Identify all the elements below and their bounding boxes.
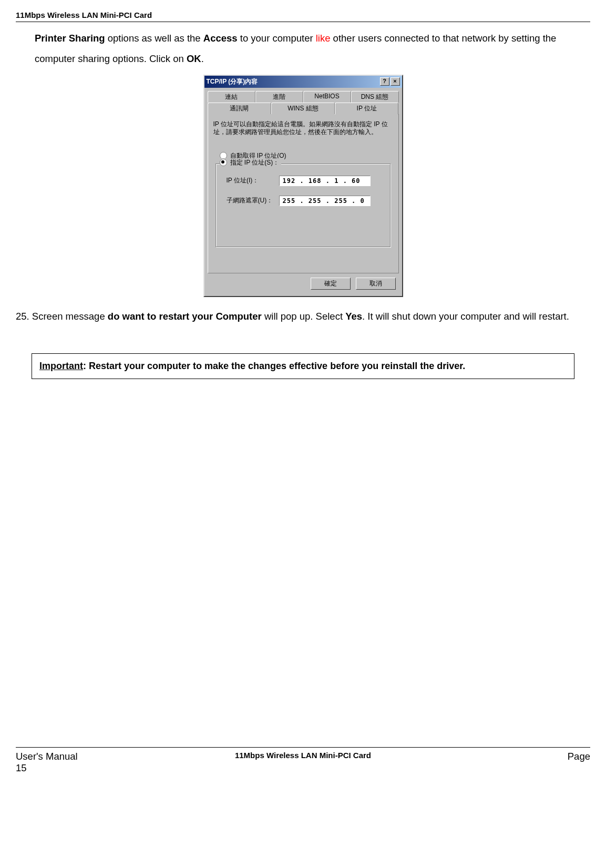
tab-netbios[interactable]: NetBIOS xyxy=(303,91,351,103)
text-bold: Access xyxy=(203,33,238,44)
page-footer: User's Manual 11Mbps Wireless LAN Mini-P… xyxy=(16,751,590,762)
help-icon[interactable]: ? xyxy=(380,77,389,86)
radio-label: 指定 IP 位址(S)： xyxy=(230,158,280,167)
radio-icon[interactable] xyxy=(220,159,227,166)
subnet-mask-input[interactable]: 255 . 255 . 255 . 0 xyxy=(279,196,371,206)
panel-description: IP 位址可以自動指定給這台電腦。如果網路沒有自動指定 IP 位址，請要求網路管… xyxy=(213,120,393,137)
tab-gateway[interactable]: 通訊閘 xyxy=(208,103,271,114)
text-bold: Yes xyxy=(345,311,362,322)
text-bold: Printer Sharing xyxy=(35,33,105,44)
ip-fieldset: IP 位址(I)： 192 . 168 . 1 . 60 子網路遮罩(U)： 2… xyxy=(215,164,391,248)
tab-link[interactable]: 連結 xyxy=(208,91,255,103)
text: Screen message xyxy=(32,311,108,322)
important-label: Important xyxy=(39,361,83,371)
tab-panel: IP 位址可以自動指定給這台電腦。如果網路沒有自動指定 IP 位址，請要求網路管… xyxy=(208,114,399,273)
footer-rule xyxy=(16,747,590,748)
step-number: 25. xyxy=(16,311,32,322)
cancel-button[interactable]: 取消 xyxy=(356,278,396,290)
important-text: : Restart your computer to make the chan… xyxy=(83,361,465,371)
header-rule xyxy=(16,22,590,22)
ip-address-input[interactable]: 192 . 168 . 1 . 60 xyxy=(279,176,371,186)
footer-center: 11Mbps Wireless LAN Mini-PCI Card xyxy=(207,751,398,762)
tab-strip: 連結 進階 NetBIOS DNS 組態 通訊閘 WINS 組態 IP 位址 xyxy=(208,91,399,114)
important-note-box: Important: Restart your computer to make… xyxy=(32,353,574,379)
tab-dns[interactable]: DNS 組態 xyxy=(351,91,399,103)
text: will pop up. Select xyxy=(262,311,345,322)
dialog-title: TCP/IP (分享)內容 xyxy=(207,77,379,86)
paragraph-printer-sharing: Printer Sharing options as well as the A… xyxy=(35,28,590,69)
text-bold: OK xyxy=(187,53,201,64)
subnet-mask-label: 子網路遮罩(U)： xyxy=(227,196,279,205)
tab-ip-address[interactable]: IP 位址 xyxy=(335,103,398,115)
page-number: 15 xyxy=(16,762,590,774)
tcpip-properties-dialog: TCP/IP (分享)內容 ? × 連結 進階 NetBIOS DNS 組態 通… xyxy=(203,75,403,297)
footer-right: Page xyxy=(399,751,590,762)
subnet-mask-row: 子網路遮罩(U)： 255 . 255 . 255 . 0 xyxy=(227,196,385,206)
tab-wins[interactable]: WINS 組態 xyxy=(271,103,335,114)
text: options as well as the xyxy=(105,33,203,44)
page-header: 11Mbps Wireless LAN Mini-PCI Card xyxy=(16,11,590,19)
close-icon[interactable]: × xyxy=(391,77,400,86)
radio-specify-ip[interactable]: 指定 IP 位址(S)： xyxy=(220,158,282,167)
paragraph-step-25: 25. Screen message do want to restart yo… xyxy=(16,307,590,327)
footer-left: User's Manual xyxy=(16,751,207,762)
ip-address-label: IP 位址(I)： xyxy=(227,176,279,185)
text: . It will shut down your computer and wi… xyxy=(362,311,569,322)
ok-button[interactable]: 確定 xyxy=(311,278,351,290)
text: to your computer xyxy=(238,33,316,44)
ip-address-row: IP 位址(I)： 192 . 168 . 1 . 60 xyxy=(227,176,385,186)
text: . xyxy=(201,53,204,64)
text-bold: do want to restart your Computer xyxy=(108,311,262,322)
dialog-titlebar[interactable]: TCP/IP (分享)內容 ? × xyxy=(204,76,402,88)
tab-advanced[interactable]: 進階 xyxy=(255,91,303,103)
text-red: like xyxy=(316,33,331,44)
